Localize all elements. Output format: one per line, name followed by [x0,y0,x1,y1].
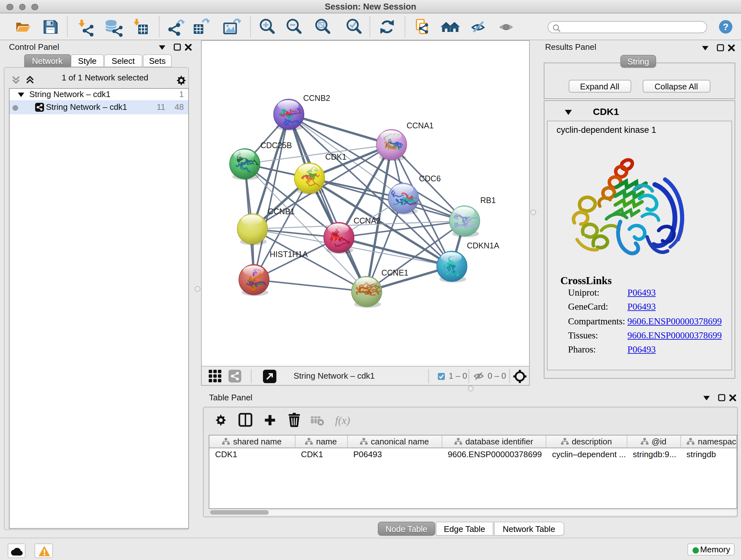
svg-text:CDC6: CDC6 [419,174,441,183]
svg-text:CCNB2: CCNB2 [303,94,330,103]
svg-text:?: ? [723,21,729,32]
svg-text:CCNE1: CCNE1 [381,268,408,277]
svg-text:CCNA1: CCNA1 [407,121,434,130]
svg-text:f(x): f(x) [335,415,350,427]
svg-text:CDK1: CDK1 [325,152,347,161]
svg-text:CCNB1: CCNB1 [268,207,295,216]
svg-text:CCNA2: CCNA2 [354,216,381,225]
svg-text:RB1: RB1 [480,196,496,205]
svg-text:CDC25B: CDC25B [260,141,292,150]
svg-text:HIST1H1A: HIST1H1A [270,250,308,259]
svg-text:CDKN1A: CDKN1A [467,241,499,250]
